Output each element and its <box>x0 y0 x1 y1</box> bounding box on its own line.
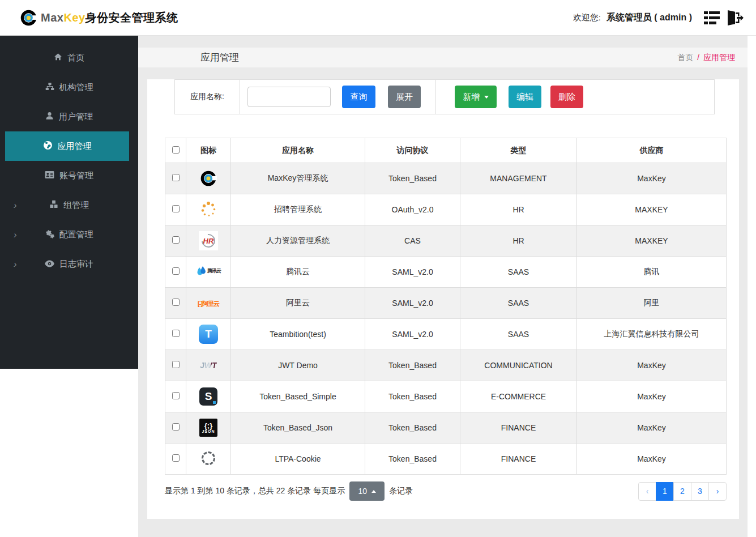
edit-button[interactable]: 编辑 <box>509 86 541 108</box>
sitemap-icon <box>45 82 54 92</box>
protocol-cell: Token_Based <box>365 163 460 194</box>
table-row[interactable]: 招聘管理系统 OAuth_v2.0 HR MAXKEY <box>165 194 727 225</box>
column-header-icon: 图标 <box>186 138 231 163</box>
toolbar-divider <box>435 80 436 114</box>
table-row[interactable]: {;}JSON Token_Based_Json Token_Based FIN… <box>165 412 727 444</box>
home-icon <box>54 53 62 63</box>
type-cell: HR <box>460 194 577 225</box>
row-checkbox[interactable] <box>172 330 180 337</box>
row-checkbox[interactable] <box>172 267 180 275</box>
sidebar-item-org[interactable]: 机构管理 <box>0 73 138 102</box>
type-cell: HR <box>460 225 577 257</box>
page-button-1[interactable]: 1 <box>656 482 674 501</box>
column-header-protocol: 访问协议 <box>365 138 460 163</box>
table-row[interactable]: S Token_Based_Simple Token_Based E-COMME… <box>165 381 727 412</box>
row-checkbox[interactable] <box>172 299 180 306</box>
gears-icon <box>45 229 54 240</box>
vendor-cell: MaxKey <box>577 444 727 475</box>
add-button[interactable]: 新增 <box>455 86 497 108</box>
page-button-3[interactable]: 3 <box>691 482 709 501</box>
tencent-cloud-logo-icon: 腾讯云 <box>196 266 221 277</box>
sidebar: 首页 机构管理 用户管理 应用管理 账号管理 <box>0 36 138 537</box>
aliyun-logo-icon: [-]阿里云 <box>198 300 219 307</box>
row-checkbox[interactable] <box>172 174 180 181</box>
row-checkbox[interactable] <box>172 392 180 399</box>
protocol-cell: SAML_v2.0 <box>365 319 460 350</box>
table-row[interactable]: HR 人力资源管理系统 CAS HR MAXKEY <box>165 225 727 257</box>
page-title: 应用管理 <box>200 51 239 64</box>
pagination-summary-suffix: 条记录 <box>389 486 413 496</box>
jwt-logo-icon: JWT <box>200 361 217 370</box>
row-checkbox[interactable] <box>172 236 180 244</box>
vendor-cell: MaxKey <box>577 381 727 412</box>
sidebar-item-home[interactable]: 首页 <box>0 43 138 73</box>
table-row[interactable]: JWT JWT Demo Token_Based COMMUNICATION M… <box>165 350 727 381</box>
app-name-input[interactable] <box>247 87 331 107</box>
delete-button[interactable]: 删除 <box>550 86 583 108</box>
current-user-name: 系统管理员 ( admin ) <box>606 12 692 24</box>
next-page-button[interactable]: › <box>708 482 727 501</box>
table-header-row: 图标 应用名称 访问协议 类型 供应商 <box>165 138 727 163</box>
list-icon[interactable] <box>703 10 720 25</box>
type-cell: SAAS <box>460 319 577 350</box>
maxkey-admin-page: MaxKey身份安全管理系统 欢迎您: 系统管理员 ( admin ) <box>0 0 756 537</box>
maxkey-logo-icon <box>200 170 217 187</box>
type-cell: COMMUNICATION <box>460 350 577 381</box>
expand-button[interactable]: 展开 <box>388 86 421 108</box>
app-name-cell: LTPA-Cookie <box>231 444 365 475</box>
globe-icon <box>43 140 53 152</box>
vendor-cell: 上海汇翼信息科技有限公司 <box>577 319 727 350</box>
caret-up-icon <box>371 490 376 493</box>
sidebar-item-audit[interactable]: 日志审计 <box>0 249 138 279</box>
protocol-cell: OAuth_v2.0 <box>365 194 460 225</box>
table-row[interactable]: LTPA-Cookie Token_Based FINANCE MaxKey <box>165 444 727 475</box>
pagination-controls: ‹ 1 2 3 › <box>638 482 727 501</box>
page-button-2[interactable]: 2 <box>673 482 691 501</box>
app-name-cell: Token_Based_Json <box>231 412 365 444</box>
table-row[interactable]: MaxKey管理系统 Token_Based MANAGEMENT MaxKey <box>165 163 727 194</box>
sidebar-item-apps[interactable]: 应用管理 <box>5 131 129 161</box>
chevron-right-icon <box>14 201 17 210</box>
app-name-cell: MaxKey管理系统 <box>231 163 365 194</box>
sidebar-item-config[interactable]: 配置管理 <box>0 220 138 249</box>
prev-page-button[interactable]: ‹ <box>638 482 656 501</box>
protocol-cell: SAML_v2.0 <box>365 288 460 319</box>
select-all-checkbox[interactable] <box>172 146 180 154</box>
app-name-cell: Token_Based_Simple <box>231 381 365 412</box>
main-content: 应用管理 首页 / 应用管理 应用名称: 查询 展开 新增 编辑 <box>138 36 756 537</box>
page-size-dropdown[interactable]: 10 <box>349 481 385 501</box>
brand-logo[interactable]: MaxKey身份安全管理系统 <box>20 9 178 27</box>
toolbar-divider <box>240 80 240 114</box>
sidebar-item-groups[interactable]: 组管理 <box>0 190 138 220</box>
top-bar: MaxKey身份安全管理系统 欢迎您: 系统管理员 ( admin ) <box>0 0 756 36</box>
welcome-label: 欢迎您: <box>573 12 601 23</box>
vendor-cell: MaxKey <box>577 412 727 444</box>
eye-icon <box>45 259 54 269</box>
row-checkbox[interactable] <box>172 423 180 431</box>
column-header-name: 应用名称 <box>231 138 365 163</box>
app-name-cell: 人力资源管理系统 <box>231 225 365 257</box>
sidebar-item-accounts[interactable]: 账号管理 <box>0 161 138 190</box>
sidebar-item-users[interactable]: 用户管理 <box>0 102 138 131</box>
protocol-cell: Token_Based <box>365 350 460 381</box>
protocol-cell: CAS <box>365 225 460 257</box>
table-row[interactable]: T Teambition(test) SAML_v2.0 SAAS 上海汇翼信息… <box>165 319 727 350</box>
chevron-right-icon <box>14 259 17 269</box>
row-checkbox[interactable] <box>172 454 180 462</box>
table-row[interactable]: [-]阿里云 阿里云 SAML_v2.0 SAAS 阿里 <box>165 288 727 319</box>
sidebar-menu: 首页 机构管理 用户管理 应用管理 账号管理 <box>0 36 138 369</box>
row-checkbox[interactable] <box>172 205 180 212</box>
table-row[interactable]: 腾讯云 腾讯云 SAML_v2.0 SAAS 腾讯 <box>165 257 727 288</box>
user-icon <box>45 112 54 122</box>
breadcrumb-separator: / <box>697 53 699 62</box>
breadcrumb-home-link[interactable]: 首页 <box>677 53 693 62</box>
protocol-cell: SAML_v2.0 <box>365 257 460 288</box>
app-name-cell: Teambition(test) <box>231 319 365 350</box>
protocol-cell: Token_Based <box>365 412 460 444</box>
maxkey-logo-icon <box>20 9 37 27</box>
pagination-bar: 显示第 1 到第 10 条记录，总共 22 条记录 每页显示 10 条记录 ‹ … <box>165 481 727 501</box>
logout-icon[interactable] <box>726 10 744 26</box>
row-checkbox[interactable] <box>172 361 180 368</box>
query-button[interactable]: 查询 <box>342 86 375 108</box>
page-header: 应用管理 首页 / 应用管理 <box>138 48 748 67</box>
